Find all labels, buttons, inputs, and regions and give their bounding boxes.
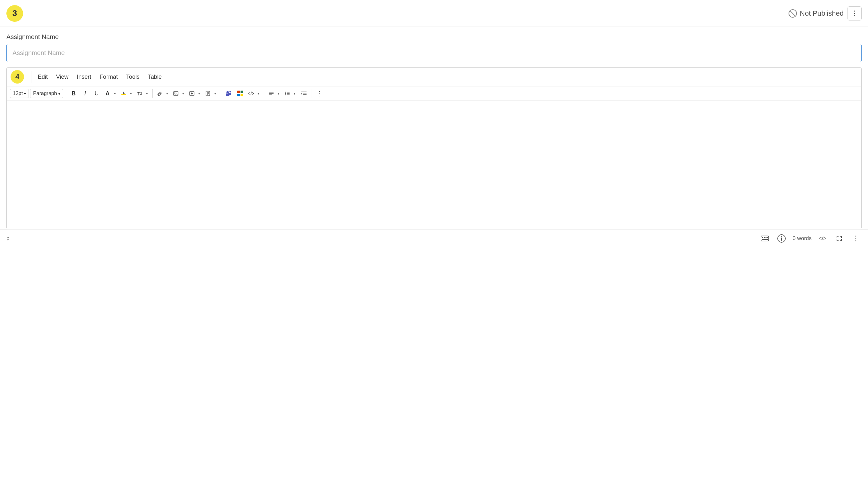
keyboard-shortcut-button[interactable] bbox=[759, 233, 771, 244]
superscript-button[interactable]: T2 ▾ bbox=[135, 88, 150, 99]
svg-rect-38 bbox=[763, 239, 767, 240]
not-published-label: Not Published bbox=[800, 9, 844, 18]
document-icon bbox=[204, 88, 212, 99]
highlight-button[interactable]: ▾ bbox=[119, 88, 134, 99]
menu-insert[interactable]: Insert bbox=[74, 72, 94, 82]
bold-button[interactable]: B bbox=[68, 88, 79, 99]
word-count: 0 words bbox=[793, 235, 812, 242]
assignment-name-input[interactable] bbox=[6, 44, 862, 62]
svg-rect-36 bbox=[767, 237, 768, 238]
menu-edit[interactable]: Edit bbox=[35, 72, 51, 82]
svg-point-13 bbox=[226, 91, 228, 93]
italic-button[interactable]: I bbox=[80, 88, 90, 99]
svg-point-25 bbox=[285, 93, 286, 94]
font-color-button[interactable]: A ▾ bbox=[103, 88, 118, 99]
svg-rect-17 bbox=[237, 94, 240, 96]
step-3-badge: 3 bbox=[6, 5, 23, 22]
divider-3 bbox=[221, 89, 221, 98]
indent-button[interactable] bbox=[299, 88, 309, 99]
highlight-chevron: ▾ bbox=[128, 88, 134, 99]
list-chevron: ▾ bbox=[292, 88, 298, 99]
svg-rect-37 bbox=[762, 239, 763, 240]
font-color-icon: A bbox=[103, 88, 112, 99]
menu-tools[interactable]: Tools bbox=[123, 72, 143, 82]
step-4-badge: 4 bbox=[10, 70, 24, 84]
list-icon bbox=[283, 88, 292, 99]
image-chevron: ▾ bbox=[180, 88, 186, 99]
align-button[interactable]: ▾ bbox=[267, 88, 282, 99]
paragraph-chevron bbox=[58, 91, 60, 96]
info-button[interactable] bbox=[776, 233, 787, 244]
svg-rect-33 bbox=[761, 236, 769, 241]
svg-line-19 bbox=[251, 92, 251, 95]
divider-5 bbox=[312, 89, 312, 98]
office-button[interactable] bbox=[235, 88, 245, 99]
link-chevron: ▾ bbox=[164, 88, 170, 99]
document-chevron: ▾ bbox=[212, 88, 218, 99]
media-chevron: ▾ bbox=[196, 88, 202, 99]
main-content: Assignment Name 4 Edit View Insert Forma… bbox=[0, 27, 868, 229]
svg-line-1 bbox=[790, 11, 795, 16]
svg-rect-35 bbox=[764, 237, 766, 238]
link-button[interactable]: ▾ bbox=[155, 88, 170, 99]
media-icon bbox=[187, 88, 196, 99]
assignment-name-section: Assignment Name bbox=[6, 33, 862, 67]
svg-point-42 bbox=[781, 236, 782, 237]
embed-button[interactable]: ▾ bbox=[247, 88, 261, 99]
svg-rect-18 bbox=[241, 94, 243, 96]
embed-chevron: ▾ bbox=[256, 88, 261, 99]
media-button[interactable]: ▾ bbox=[187, 88, 202, 99]
svg-marker-6 bbox=[191, 93, 193, 94]
list-button[interactable]: ▾ bbox=[283, 88, 298, 99]
divider-4 bbox=[264, 89, 264, 98]
header-right-actions: Not Published ⋮ bbox=[788, 6, 862, 21]
statusbar-more-button[interactable]: ⋮ bbox=[850, 233, 862, 244]
expand-button[interactable] bbox=[833, 233, 845, 244]
menu-view[interactable]: View bbox=[53, 72, 72, 82]
highlight-icon bbox=[119, 88, 128, 99]
svg-rect-2 bbox=[121, 94, 126, 95]
svg-point-12 bbox=[229, 92, 230, 93]
assignment-name-label: Assignment Name bbox=[6, 33, 862, 41]
paragraph-style-selector[interactable]: Paragraph bbox=[30, 89, 63, 98]
divider-1 bbox=[66, 89, 66, 98]
toolbar-more-button[interactable]: ⋮ bbox=[314, 88, 325, 99]
font-size-selector[interactable]: 12pt bbox=[10, 89, 29, 98]
document-button[interactable]: ▾ bbox=[204, 88, 218, 99]
svg-marker-32 bbox=[301, 93, 302, 94]
image-button[interactable]: ▾ bbox=[172, 88, 186, 99]
link-icon bbox=[155, 88, 164, 99]
underline-button[interactable]: U bbox=[92, 88, 102, 99]
html-view-button[interactable]: </> bbox=[817, 233, 828, 244]
page-header: 3 Not Published ⋮ bbox=[0, 0, 868, 27]
status-right-area: 0 words </> ⋮ bbox=[759, 233, 862, 244]
not-published-icon bbox=[788, 9, 797, 18]
superscript-icon: T2 bbox=[135, 88, 144, 99]
editor-body[interactable] bbox=[7, 101, 861, 229]
teams-button[interactable] bbox=[223, 88, 234, 99]
embed-icon bbox=[247, 88, 256, 99]
svg-point-27 bbox=[285, 94, 286, 95]
align-chevron: ▾ bbox=[276, 88, 282, 99]
editor-statusbar: p 0 words </> ⋮ bbox=[0, 229, 868, 248]
font-color-chevron: ▾ bbox=[112, 88, 118, 99]
svg-rect-16 bbox=[241, 91, 243, 93]
editor-menubar: Edit View Insert Format Tools Table bbox=[31, 71, 168, 83]
editor-container: 4 Edit View Insert Format Tools Table 12… bbox=[6, 67, 862, 229]
font-size-chevron bbox=[24, 91, 26, 96]
svg-rect-39 bbox=[767, 239, 768, 240]
svg-rect-14 bbox=[226, 94, 229, 96]
svg-rect-15 bbox=[237, 91, 240, 93]
header-more-button[interactable]: ⋮ bbox=[847, 6, 862, 21]
superscript-chevron: ▾ bbox=[144, 88, 150, 99]
element-tag-indicator: p bbox=[6, 235, 9, 242]
svg-rect-34 bbox=[762, 237, 763, 238]
menu-table[interactable]: Table bbox=[145, 72, 165, 82]
image-icon bbox=[172, 88, 180, 99]
menu-format[interactable]: Format bbox=[96, 72, 121, 82]
svg-point-4 bbox=[174, 93, 175, 94]
svg-point-23 bbox=[285, 92, 286, 93]
editor-toolbar: 12pt Paragraph B I U A ▾ bbox=[7, 87, 861, 101]
step-4-badge-wrapper: 4 bbox=[7, 68, 31, 86]
publish-status[interactable]: Not Published bbox=[788, 9, 844, 18]
